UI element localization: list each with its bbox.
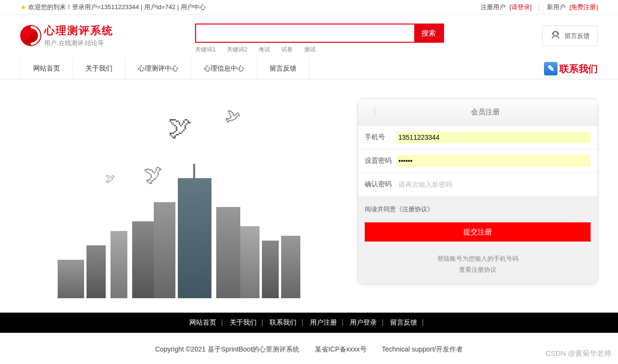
confirm-password-input[interactable] [396,179,591,190]
main-area: 🕊 🕊 🕊 🕊 〈 会员注册 手机号 设置密码 确认密码 阅读并同意《注册协议》… [0,79,618,313]
top-bar: ★ 欢迎您的到来！登录用户=13511223344 | 用户id=742 | 用… [0,0,618,15]
logo-title: 心理测评系统 [44,24,113,38]
register-hints: 登陆账号为您输入的手机号码 查看注册协议 [358,248,597,283]
contact-us-button[interactable]: ✎ 联系我们 [544,62,598,75]
nav-feedback[interactable]: 留言反馈 [257,59,309,79]
agreement-text[interactable]: 阅读并同意《注册协议》 [358,196,597,222]
logo-subtitle: 用户.在线测评.结论等 [44,39,113,48]
login-link[interactable]: [请登录] [509,3,531,12]
search-button[interactable]: 搜索 [414,24,443,42]
confirm-password-label: 确认密码 [365,180,396,189]
hint-account: 登陆账号为您输入的手机号码 [358,253,597,264]
nav-home[interactable]: 网站首页 [20,59,73,79]
footer-nav-home[interactable]: 网站首页 [189,318,216,326]
support-text: Technical support/开发作者 [382,345,463,353]
nav-bar: 网站首页 关于我们 心理测评中心 心理信息中心 留言反馈 ✎ 联系我们 [0,59,618,79]
footer-nav-register[interactable]: 用户注册 [310,318,337,326]
keyword-item[interactable]: 测试 [304,46,316,53]
footer-nav: 网站首页| 关于我们| 联系我们| 用户注册| 用户登录| 留言反馈| [0,313,618,333]
logo-icon [20,25,41,46]
pencil-icon: ✎ [544,62,557,75]
hint-view-agreement[interactable]: 查看注册协议 [358,264,597,275]
buildings-graphic [58,173,317,298]
footer-nav-contact[interactable]: 联系我们 [270,318,297,326]
keyword-item[interactable]: 考试 [259,46,270,53]
nav-assessment-center[interactable]: 心理测评中心 [125,59,191,79]
icp-text: 某省ICP备xxxx号 [315,345,366,353]
headset-icon [550,30,561,42]
logo-text: 心理测评系统 用户.在线测评.结论等 [44,24,113,48]
bird-icon: 🕊 [168,113,192,141]
register-panel: 〈 会员注册 手机号 设置密码 确认密码 阅读并同意《注册协议》 提交注册 登陆… [358,98,598,284]
copyright-text: Copyright ©2021 基于SprintBoot的心里测评系统 [155,345,300,353]
copyright: Copyright ©2021 基于SprintBoot的心里测评系统 某省IC… [0,333,618,364]
footer-nav-about[interactable]: 关于我们 [230,318,257,326]
registered-user-label: 注册用户 [481,3,506,12]
search-area: 搜索 关键词1 关键词2 考试 试卷 测试 [195,24,444,54]
header: 心理测评系统 用户.在线测评.结论等 搜索 关键词1 关键词2 考试 试卷 测试 [0,15,618,59]
submit-register-button[interactable]: 提交注册 [365,222,591,242]
topbar-right: 注册用户 [请登录] | 新用户 [免费注册] [481,3,598,12]
confirm-password-row: 确认密码 [358,173,597,196]
password-input[interactable] [396,155,591,167]
feedback-button[interactable]: 留言反馈 [542,25,598,46]
contact-label: 联系我们 [559,62,598,75]
phone-input[interactable] [396,132,591,143]
keyword-list: 关键词1 关键词2 考试 试卷 测试 [195,46,444,54]
panel-title: 会员注册 [380,108,591,117]
password-row: 设置密码 [358,149,597,173]
search-box: 搜索 [195,24,444,43]
city-illustration: 🕊 🕊 🕊 🕊 [62,111,288,298]
bird-icon: 🕊 [224,107,242,126]
logo-area[interactable]: 心理测评系统 用户.在线测评.结论等 [20,24,128,48]
star-icon: ★ [20,3,26,11]
search-input[interactable] [196,24,414,42]
panel-header: 〈 会员注册 [358,99,597,126]
footer-nav-feedback[interactable]: 留言反馈 [390,318,417,326]
topbar-left: ★ 欢迎您的到来！登录用户=13511223344 | 用户id=742 | 用… [20,3,206,12]
keyword-item[interactable]: 关键词2 [227,46,247,53]
keyword-item[interactable]: 试卷 [281,46,293,53]
phone-label: 手机号 [365,133,396,142]
free-register-link[interactable]: [免费注册] [569,3,598,12]
phone-row: 手机号 [358,126,597,149]
keyword-item[interactable]: 关键词1 [195,46,216,53]
nav-info-center[interactable]: 心理信息中心 [191,59,257,79]
footer-nav-login[interactable]: 用户登录 [350,318,377,326]
new-user-label: 新用户 [547,3,566,12]
feedback-label: 留言反馈 [565,32,590,40]
nav-about[interactable]: 关于我们 [73,59,125,79]
password-label: 设置密码 [365,157,396,165]
topbar-divider: | [538,4,540,11]
back-arrow-icon[interactable]: 〈 [365,106,380,119]
welcome-text[interactable]: 欢迎您的到来！登录用户=13511223344 | 用户id=742 | 用户中… [28,3,206,12]
